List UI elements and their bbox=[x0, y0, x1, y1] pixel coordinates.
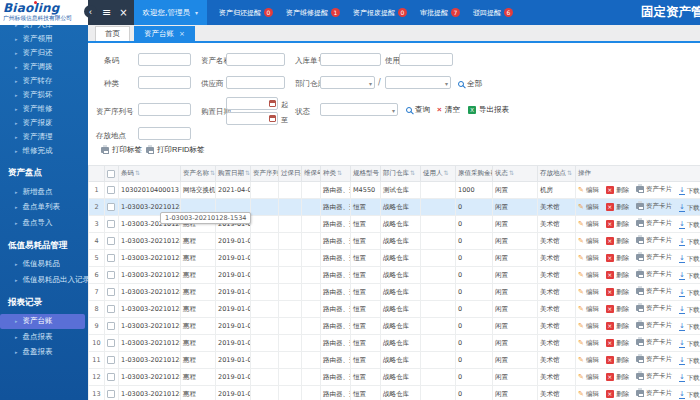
row-checkbox[interactable] bbox=[107, 288, 115, 296]
row-checkbox[interactable] bbox=[107, 186, 115, 194]
op-printer[interactable]: 资产卡片 bbox=[636, 287, 672, 296]
op-delete[interactable]: ×删除 bbox=[606, 220, 629, 229]
op-delete[interactable]: ×删除 bbox=[606, 322, 629, 331]
table-row[interactable]: 51-03003-20210128-15惠程2019-01-01路由器、交换机恒… bbox=[89, 250, 700, 267]
sidebar-item[interactable]: ▸低值易耗品出入记录 bbox=[0, 272, 88, 288]
user-input[interactable] bbox=[399, 53, 453, 66]
column-header-warehouse[interactable]: 部门仓库⇅ bbox=[381, 166, 421, 182]
location-input[interactable] bbox=[138, 127, 191, 140]
op-printer[interactable]: 资产卡片 bbox=[636, 253, 672, 262]
notification-item[interactable]: 驳回提醒6 bbox=[473, 8, 513, 18]
clear-button[interactable]: × 清空 bbox=[437, 105, 460, 115]
table-row[interactable]: 61-03003-20210128-15惠程2019-01-01路由器、交换机恒… bbox=[89, 267, 700, 284]
op-download[interactable]: ↓下载 bbox=[679, 323, 700, 332]
op-download[interactable]: ↓下载 bbox=[679, 187, 700, 196]
all-link[interactable]: 全部 bbox=[458, 79, 482, 89]
notification-item[interactable]: 资产维修提醒1 bbox=[286, 8, 340, 18]
op-delete[interactable]: ×删除 bbox=[606, 203, 629, 212]
print-rfid-button[interactable]: 打印RFID标签 bbox=[146, 145, 205, 155]
op-delete[interactable]: ×删除 bbox=[606, 271, 629, 280]
column-header-warranty_years[interactable]: 维保年份⇅ bbox=[302, 166, 321, 182]
table-row[interactable]: 101-03003-20210128-15惠程2019-01-01路由器、交换机… bbox=[89, 335, 700, 352]
op-printer[interactable]: 资产卡片 bbox=[636, 372, 672, 381]
column-header-amount[interactable]: 原值采购金额⇅ bbox=[456, 166, 493, 182]
sort-icon[interactable]: ⇅ bbox=[245, 169, 250, 176]
sidebar-item[interactable]: ▸资产台账 bbox=[0, 314, 85, 330]
sidebar-item[interactable]: ▸盘点导入 bbox=[0, 215, 88, 231]
op-pencil[interactable]: ✎编辑 bbox=[578, 203, 599, 212]
sidebar-item[interactable]: ▸盘点单列表 bbox=[0, 200, 88, 216]
column-header-model[interactable]: 规格型号⇅ bbox=[351, 166, 381, 182]
sidebar-item[interactable]: ▸新增盘点 bbox=[0, 184, 88, 200]
dept-select[interactable]: ▾ bbox=[320, 76, 375, 89]
op-pencil[interactable]: ✎编辑 bbox=[578, 390, 599, 399]
sort-icon[interactable]: ⇅ bbox=[410, 169, 415, 176]
column-header-warranty_date[interactable]: 过保日期⇅ bbox=[279, 166, 302, 182]
table-row[interactable]: 41-03003-20210128-15惠程2019-01-01路由器、交换机恒… bbox=[89, 233, 700, 250]
row-checkbox[interactable] bbox=[107, 203, 115, 211]
op-printer[interactable]: 资产卡片 bbox=[636, 321, 672, 330]
row-checkbox[interactable] bbox=[107, 254, 115, 262]
op-pencil[interactable]: ✎编辑 bbox=[578, 271, 599, 280]
sidebar-item[interactable]: ▸资产归还 bbox=[0, 46, 88, 60]
select-all-checkbox[interactable] bbox=[107, 170, 115, 178]
calendar-icon[interactable] bbox=[269, 100, 276, 107]
tab-close-icon[interactable]: × bbox=[179, 30, 185, 38]
op-delete[interactable]: ×删除 bbox=[606, 254, 629, 263]
op-pencil[interactable]: ✎编辑 bbox=[578, 373, 599, 382]
op-pencil[interactable]: ✎编辑 bbox=[578, 339, 599, 348]
op-delete[interactable]: ×删除 bbox=[606, 186, 629, 195]
sidebar-item[interactable]: ▸资产调拨 bbox=[0, 60, 88, 74]
op-pencil[interactable]: ✎编辑 bbox=[578, 220, 599, 229]
hamburger-menu-icon[interactable]: ≡ bbox=[102, 7, 111, 18]
table-row[interactable]: 121-03003-20210128-15惠程2019-01-01路由器、交换机… bbox=[89, 369, 700, 386]
op-printer[interactable]: 资产卡片 bbox=[636, 219, 672, 228]
op-pencil[interactable]: ✎编辑 bbox=[578, 186, 599, 195]
table-row[interactable]: 91-03003-20210128-15惠程2019-01-01路由器、交换机恒… bbox=[89, 318, 700, 335]
notification-item[interactable]: 资产报废提醒0 bbox=[353, 8, 407, 18]
row-checkbox[interactable] bbox=[107, 271, 115, 279]
op-download[interactable]: ↓下载 bbox=[679, 340, 700, 349]
row-checkbox[interactable] bbox=[107, 339, 115, 347]
column-header-category[interactable]: 种类⇅ bbox=[321, 166, 351, 182]
sidebar-item[interactable]: ▸资产维修 bbox=[0, 102, 88, 116]
column-header-purchase_date[interactable]: 购置日期⇅ bbox=[216, 166, 251, 182]
op-pencil[interactable]: ✎编辑 bbox=[578, 288, 599, 297]
row-checkbox[interactable] bbox=[107, 237, 115, 245]
row-checkbox[interactable] bbox=[107, 356, 115, 364]
op-download[interactable]: ↓下载 bbox=[679, 238, 700, 247]
inbound-no-input[interactable] bbox=[320, 53, 381, 66]
sidebar-item[interactable]: ▸资产转存 bbox=[0, 74, 88, 88]
op-download[interactable]: ↓下载 bbox=[679, 255, 700, 264]
op-delete[interactable]: ×删除 bbox=[606, 356, 629, 365]
column-header-barcode[interactable]: 条码⇅ bbox=[119, 166, 181, 182]
op-printer[interactable]: 资产卡片 bbox=[636, 338, 672, 347]
supplier-input[interactable] bbox=[226, 76, 285, 89]
column-header-name[interactable]: 资产名称⇅ bbox=[181, 166, 216, 182]
op-printer[interactable]: 资产卡片 bbox=[636, 270, 672, 279]
op-download[interactable]: ↓下载 bbox=[679, 306, 700, 315]
op-delete[interactable]: ×删除 bbox=[606, 373, 629, 382]
op-delete[interactable]: ×删除 bbox=[606, 339, 629, 348]
op-pencil[interactable]: ✎编辑 bbox=[578, 356, 599, 365]
table-row[interactable]: 111-03003-20210128-15惠程2019-01-01路由器、交换机… bbox=[89, 352, 700, 369]
op-printer[interactable]: 资产卡片 bbox=[636, 185, 672, 194]
print-label-button[interactable]: 打印标签 bbox=[101, 145, 142, 155]
column-header-location[interactable]: 存放地点⇅ bbox=[538, 166, 576, 182]
sidebar-item[interactable]: ▸盘盈报表 bbox=[0, 345, 88, 361]
sidebar-item[interactable]: ▸资产损坏 bbox=[0, 88, 88, 102]
sidebar-item[interactable]: ▸盘点报表 bbox=[0, 329, 88, 345]
op-download[interactable]: ↓下载 bbox=[679, 357, 700, 366]
op-download[interactable]: ↓下载 bbox=[679, 391, 700, 400]
warehouse-select[interactable]: ▾ bbox=[385, 76, 451, 89]
sort-icon[interactable]: ⇅ bbox=[210, 169, 215, 176]
barcode-input[interactable] bbox=[138, 53, 191, 66]
sidebar-item[interactable]: ▸低值易耗品 bbox=[0, 257, 88, 273]
op-delete[interactable]: ×删除 bbox=[606, 288, 629, 297]
tab-home[interactable]: 首页 bbox=[95, 26, 130, 41]
sort-icon[interactable]: ⇅ bbox=[509, 169, 514, 176]
serial-input[interactable] bbox=[138, 103, 191, 116]
sidebar-item[interactable]: ▸资产入库 bbox=[0, 25, 88, 32]
column-header-status[interactable]: 状态⇅ bbox=[493, 166, 538, 182]
op-pencil[interactable]: ✎编辑 bbox=[578, 305, 599, 314]
